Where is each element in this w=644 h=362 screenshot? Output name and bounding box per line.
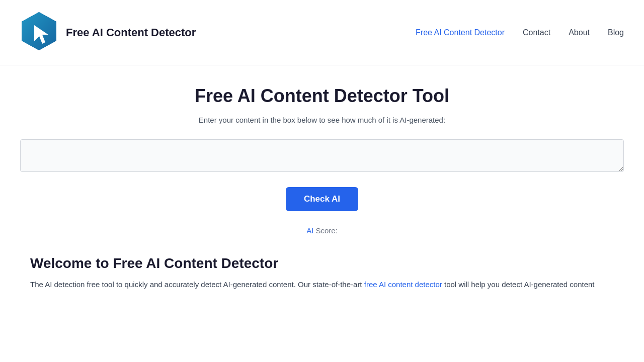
welcome-text-start: The AI detection free tool to quickly an…	[30, 280, 364, 289]
nav-link-about[interactable]: About	[569, 28, 590, 37]
button-row: Check AI	[10, 187, 634, 211]
ai-highlight: AI	[306, 226, 313, 235]
welcome-link[interactable]: free AI content detector	[364, 280, 442, 289]
hero-section: Free AI Content Detector Tool Enter your…	[10, 85, 634, 235]
site-title: Free AI Content Detector	[66, 26, 196, 39]
hero-title: Free AI Content Detector Tool	[10, 85, 634, 107]
nav-link-blog[interactable]: Blog	[608, 28, 624, 37]
ai-score-display: AI Score:	[10, 226, 634, 235]
main-nav: Free AI Content Detector Contact About B…	[416, 28, 624, 37]
content-input[interactable]	[20, 139, 624, 172]
welcome-text: The AI detection free tool to quickly an…	[30, 279, 614, 291]
ai-score-suffix: Score:	[313, 226, 338, 235]
ai-score-label: AI Score:	[306, 226, 338, 235]
nav-link-detector[interactable]: Free AI Content Detector	[416, 28, 505, 37]
welcome-text-end: tool will help you detect AI-generated c…	[442, 280, 595, 289]
welcome-section: Welcome to Free AI Content Detector The …	[10, 255, 634, 291]
site-logo	[20, 11, 58, 54]
site-header: Free AI Content Detector Free AI Content…	[0, 0, 644, 65]
check-ai-button[interactable]: Check AI	[286, 187, 358, 211]
hero-subtitle: Enter your content in the box below to s…	[10, 116, 634, 124]
nav-link-contact[interactable]: Contact	[523, 28, 550, 37]
welcome-title: Welcome to Free AI Content Detector	[30, 255, 614, 272]
main-content: Free AI Content Detector Tool Enter your…	[0, 65, 644, 311]
header-left: Free AI Content Detector	[20, 11, 196, 54]
